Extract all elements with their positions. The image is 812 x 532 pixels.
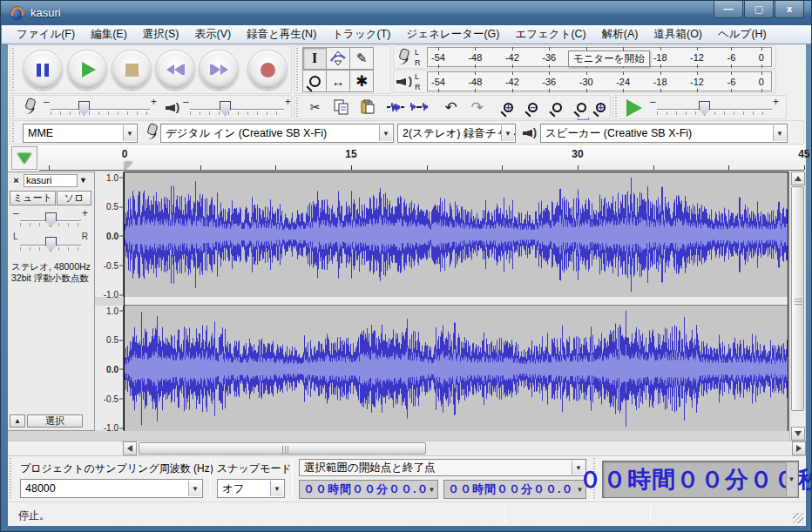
- skip-to-start-button[interactable]: [155, 50, 195, 90]
- skip-to-end-icon: [210, 64, 228, 75]
- redo-button[interactable]: ↷: [465, 97, 489, 118]
- playback-meter-scale[interactable]: -54-48-42-36-30-24-18-12-60: [427, 71, 772, 91]
- toolbar-grip[interactable]: [10, 458, 13, 500]
- fit-selection-button[interactable]: ↔: [545, 97, 569, 118]
- time-ruler[interactable]: 0153045: [39, 145, 804, 171]
- play-at-speed-icon[interactable]: [626, 99, 642, 117]
- silence-audio-button[interactable]: [407, 97, 430, 118]
- scroll-down-button[interactable]: [791, 427, 805, 441]
- track-collapse-button[interactable]: ▲: [10, 414, 25, 428]
- cut-button[interactable]: ✂: [303, 97, 327, 118]
- copy-button[interactable]: [329, 97, 353, 118]
- arrow-right-icon: [796, 445, 802, 452]
- recording-channels-select[interactable]: 2(ステレオ) 録音チャンネル▼: [397, 124, 516, 143]
- menu-item[interactable]: 表示(V): [186, 25, 239, 44]
- selection-end-field[interactable]: ００時間００分００.０００秒▼: [443, 480, 586, 499]
- minimize-button[interactable]: —: [714, 1, 743, 18]
- menu-item[interactable]: エフェクト(C): [507, 25, 593, 44]
- selection-tool-button[interactable]: I: [302, 47, 327, 70]
- zoom-toggle-button[interactable]: [589, 97, 612, 118]
- track-title[interactable]: kasuri: [24, 174, 78, 187]
- record-button[interactable]: [247, 50, 288, 90]
- audio-host-select[interactable]: MME▼: [23, 124, 138, 143]
- zoom-in-button[interactable]: [497, 97, 520, 118]
- track-menu-button[interactable]: ▼: [79, 176, 87, 185]
- menu-item[interactable]: ジェネレーター(G): [398, 25, 507, 44]
- recording-device-value: デジタル イン (Creative SB X-Fi): [166, 126, 327, 141]
- horizontal-scroll-thumb[interactable]: [139, 442, 426, 455]
- meter-scale-number: -36: [542, 77, 556, 87]
- snap-mode-select[interactable]: オフ▼: [217, 479, 285, 498]
- horizontal-scrollbar[interactable]: [123, 441, 806, 455]
- menu-item[interactable]: 録音と再生(N): [239, 25, 324, 44]
- resize-grip[interactable]: [793, 513, 803, 523]
- chevron-down-icon: ▼: [427, 481, 437, 498]
- scroll-left-button[interactable]: [123, 441, 137, 455]
- menu-item[interactable]: トラック(T): [324, 25, 398, 44]
- pause-button[interactable]: [23, 50, 63, 90]
- track-pan-slider[interactable]: L R: [13, 233, 88, 254]
- envelope-tool-button[interactable]: [326, 47, 350, 70]
- timeshift-tool-button[interactable]: ↔: [326, 70, 350, 92]
- selection-range-mode-select[interactable]: 選択範囲の開始点と終了点▼: [299, 459, 586, 476]
- scroll-up-button[interactable]: [791, 172, 805, 185]
- paste-button[interactable]: [355, 97, 379, 118]
- toolbar-grip[interactable]: [296, 48, 300, 91]
- stop-button[interactable]: [112, 50, 152, 90]
- zoom-out-button[interactable]: [521, 97, 545, 118]
- toolbar-grip[interactable]: [12, 123, 16, 142]
- undo-button[interactable]: ↶: [439, 97, 463, 118]
- vertical-scale-bottom[interactable]: 1.00.50.0-0.5-1.0: [95, 306, 124, 430]
- play-button[interactable]: [67, 50, 107, 90]
- close-button[interactable]: x: [775, 1, 804, 18]
- waveform-left-channel[interactable]: [125, 172, 788, 297]
- maximize-button[interactable]: ▢: [744, 1, 774, 18]
- skip-to-end-button[interactable]: [199, 50, 239, 90]
- trim-audio-button[interactable]: [383, 97, 407, 118]
- meter-scale-number: -12: [690, 52, 704, 63]
- input-volume-slider[interactable]: – +: [44, 98, 157, 118]
- track-close-button[interactable]: ×: [10, 175, 22, 186]
- track-format-line2: 32bit 浮動小数点数: [11, 273, 89, 285]
- playback-meter-toolbar[interactable]: LR -54-48-42-36-30-24-18-12-60: [393, 70, 776, 93]
- project-rate-select[interactable]: 48000▼: [20, 479, 203, 498]
- selection-tool-icon: I: [312, 51, 317, 66]
- toolbar-grip[interactable]: [296, 98, 300, 117]
- toolbar-grip[interactable]: [12, 48, 16, 91]
- draw-tool-button[interactable]: ✎: [349, 47, 374, 70]
- mute-button[interactable]: ミュート: [10, 191, 56, 205]
- menu-item[interactable]: 道具箱(O): [646, 25, 710, 44]
- pan-left-label: L: [13, 232, 18, 241]
- vertical-scale-top[interactable]: 1.00.50.0-0.5-1.0: [95, 172, 124, 297]
- ruler-tick: [502, 165, 503, 170]
- solo-button[interactable]: ソロ: [57, 191, 91, 205]
- menu-item[interactable]: 解析(A): [594, 25, 646, 44]
- toolbar-grip[interactable]: [12, 98, 16, 117]
- menu-item[interactable]: ヘルプ(H): [710, 25, 775, 44]
- vertical-scrollbar[interactable]: [789, 172, 805, 441]
- device-toolbar: MME▼ デジタル イン (Creative SB X-Fi)▼ 2(ステレオ)…: [10, 120, 804, 145]
- track-select-button[interactable]: 選択: [27, 414, 83, 428]
- microphone-icon: [145, 124, 157, 143]
- toolbar-grip[interactable]: [615, 98, 619, 117]
- multi-tool-button[interactable]: ✱: [349, 70, 374, 92]
- track-gain-slider[interactable]: – +: [13, 209, 88, 230]
- output-volume-slider[interactable]: – +: [183, 98, 291, 118]
- menu-item[interactable]: 編集(E): [83, 25, 135, 44]
- selection-start-field[interactable]: ００時間００分００.０００秒▼: [299, 480, 438, 499]
- title-bar[interactable]: kasuri — ▢ x: [1, 1, 812, 25]
- audio-position-display[interactable]: ００時間００分００秒▼: [602, 461, 799, 498]
- vertical-scroll-thumb[interactable]: [791, 186, 804, 411]
- recording-meter-toolbar[interactable]: LR -54-48-42-36-30-24-18-12-60 モニターを開始: [393, 45, 776, 69]
- playback-device-select[interactable]: スピーカー (Creative SB X-Fi)▼: [540, 124, 788, 143]
- recording-device-select[interactable]: デジタル イン (Creative SB X-Fi)▼: [160, 124, 394, 143]
- menu-item[interactable]: ファイル(F): [9, 25, 83, 44]
- scroll-right-button[interactable]: [792, 441, 806, 455]
- play-speed-slider[interactable]: – +: [650, 98, 779, 118]
- record-icon: [261, 63, 275, 77]
- menu-item[interactable]: 選択(S): [135, 25, 187, 44]
- waveform-right-channel[interactable]: [125, 306, 788, 431]
- timeline-options-button[interactable]: [11, 146, 37, 170]
- playhead-handle[interactable]: [125, 162, 132, 170]
- zoom-tool-button[interactable]: [302, 70, 327, 92]
